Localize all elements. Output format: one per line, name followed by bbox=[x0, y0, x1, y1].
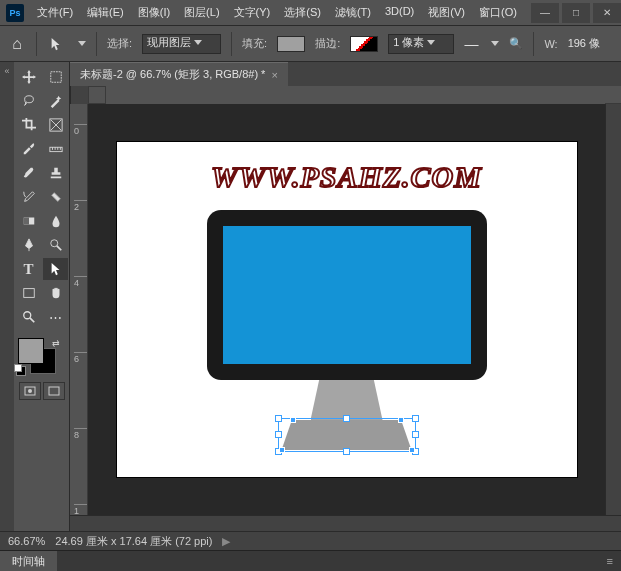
document-tab-title: 未标题-2 @ 66.7% (矩形 3, RGB/8#) * bbox=[80, 67, 265, 82]
magic-wand-tool[interactable] bbox=[43, 90, 68, 112]
close-button[interactable]: ✕ bbox=[593, 3, 621, 23]
workspace: 未标题-2 @ 66.7% (矩形 3, RGB/8#) * × 0246810… bbox=[70, 62, 621, 531]
brush-tool[interactable] bbox=[16, 162, 41, 184]
monitor-body[interactable] bbox=[207, 210, 487, 380]
zoom-level[interactable]: 66.67% bbox=[8, 535, 45, 547]
path-anchor[interactable] bbox=[290, 417, 296, 423]
path-anchor[interactable] bbox=[409, 447, 415, 453]
canvas-area[interactable]: WWW.PSAHZ.COM bbox=[88, 104, 605, 515]
edit-toolbar[interactable]: ⋯ bbox=[43, 306, 68, 328]
document-tab[interactable]: 未标题-2 @ 66.7% (矩形 3, RGB/8#) * × bbox=[70, 62, 288, 86]
eraser-tool[interactable] bbox=[43, 186, 68, 208]
marquee-tool[interactable] bbox=[43, 66, 68, 88]
history-brush-tool[interactable] bbox=[16, 186, 41, 208]
artboard[interactable]: WWW.PSAHZ.COM bbox=[117, 142, 577, 477]
close-icon[interactable]: × bbox=[271, 69, 277, 81]
document-info[interactable]: 24.69 厘米 x 17.64 厘米 (72 ppi) bbox=[55, 534, 212, 549]
screen-mode-button[interactable] bbox=[43, 382, 65, 400]
menu-edit[interactable]: 编辑(E) bbox=[80, 1, 131, 24]
fill-label: 填充: bbox=[242, 36, 267, 51]
toolbox: T ⋯ ⇄ bbox=[14, 62, 70, 531]
eyedropper-tool[interactable] bbox=[16, 138, 41, 160]
minimize-button[interactable]: — bbox=[531, 3, 559, 23]
bottom-panel: 时间轴 ≡ bbox=[0, 550, 621, 571]
selection-bounding-box[interactable] bbox=[278, 418, 416, 452]
document-tabs: 未标题-2 @ 66.7% (矩形 3, RGB/8#) * × bbox=[70, 62, 621, 86]
crop-tool[interactable] bbox=[16, 114, 41, 136]
info-arrow-icon[interactable]: ▶ bbox=[222, 535, 230, 548]
handle-top-mid[interactable] bbox=[343, 415, 350, 422]
width-value[interactable]: 196 像 bbox=[568, 36, 600, 51]
menu-image[interactable]: 图像(I) bbox=[131, 1, 177, 24]
window-controls: — □ ✕ bbox=[528, 3, 621, 23]
monitor-neck[interactable] bbox=[311, 380, 383, 420]
path-anchor[interactable] bbox=[279, 447, 285, 453]
handle-bottom-mid[interactable] bbox=[343, 448, 350, 455]
chevron-down-icon[interactable] bbox=[78, 41, 86, 46]
gradient-tool[interactable] bbox=[16, 210, 41, 232]
width-label: W: bbox=[544, 38, 557, 50]
blur-tool[interactable] bbox=[43, 210, 68, 232]
stamp-tool[interactable] bbox=[43, 162, 68, 184]
svg-rect-10 bbox=[49, 387, 59, 395]
quick-mask-button[interactable] bbox=[19, 382, 41, 400]
fill-swatch[interactable] bbox=[277, 36, 305, 52]
menu-type[interactable]: 文字(Y) bbox=[227, 1, 278, 24]
foreground-color[interactable] bbox=[18, 338, 44, 364]
stroke-label: 描边: bbox=[315, 36, 340, 51]
path-selection-tool[interactable] bbox=[43, 258, 68, 280]
tab-timeline[interactable]: 时间轴 bbox=[0, 551, 57, 572]
menu-3d[interactable]: 3D(D) bbox=[378, 1, 421, 24]
maximize-button[interactable]: □ bbox=[562, 3, 590, 23]
svg-rect-0 bbox=[50, 72, 61, 83]
chevron-down-icon[interactable] bbox=[491, 41, 499, 46]
panel-menu-icon[interactable]: ≡ bbox=[599, 555, 621, 567]
monitor-shape bbox=[207, 210, 487, 450]
dodge-tool[interactable] bbox=[43, 234, 68, 256]
tool-preset-icon[interactable] bbox=[47, 35, 65, 53]
handle-top-right[interactable] bbox=[412, 415, 419, 422]
menu-select[interactable]: 选择(S) bbox=[277, 1, 328, 24]
title-bar: Ps 文件(F) 编辑(E) 图像(I) 图层(L) 文字(Y) 选择(S) 滤… bbox=[0, 0, 621, 26]
stroke-width-value: 1 像素 bbox=[393, 36, 424, 48]
move-tool[interactable] bbox=[16, 66, 41, 88]
zoom-icon[interactable]: 🔍 bbox=[509, 37, 523, 50]
swap-colors-icon[interactable]: ⇄ bbox=[52, 338, 60, 348]
menu-layer[interactable]: 图层(L) bbox=[177, 1, 226, 24]
stroke-width-dropdown[interactable]: 1 像素 bbox=[388, 34, 454, 54]
stroke-dash-icon[interactable]: — bbox=[464, 36, 478, 52]
options-bar: ⌂ 选择: 现用图层 填充: 描边: 1 像素 — 🔍 W: 196 像 bbox=[0, 26, 621, 62]
toolbox-collapse-strip[interactable]: « bbox=[0, 62, 14, 531]
scrollbar-vertical[interactable] bbox=[605, 104, 621, 515]
ruler-vertical[interactable]: 024681 bbox=[70, 104, 88, 515]
path-anchor[interactable] bbox=[398, 417, 404, 423]
watermark-text: WWW.PSAHZ.COM bbox=[117, 160, 577, 194]
stroke-swatch[interactable] bbox=[350, 36, 378, 52]
svg-rect-6 bbox=[23, 289, 34, 298]
default-colors-icon[interactable] bbox=[16, 366, 26, 376]
canvas-wrapper: 024681012141618202224 024681 WWW.PSAHZ.C… bbox=[70, 86, 621, 531]
slice-tool[interactable] bbox=[43, 114, 68, 136]
handle-mid-left[interactable] bbox=[275, 431, 282, 438]
menu-file[interactable]: 文件(F) bbox=[30, 1, 80, 24]
menu-window[interactable]: 窗口(O) bbox=[472, 1, 524, 24]
hand-tool[interactable] bbox=[43, 282, 68, 304]
lasso-tool[interactable] bbox=[16, 90, 41, 112]
monitor-screen[interactable] bbox=[223, 226, 471, 364]
type-tool[interactable]: T bbox=[16, 258, 41, 280]
rectangle-tool[interactable] bbox=[16, 282, 41, 304]
ruler-tool[interactable] bbox=[43, 138, 68, 160]
handle-top-left[interactable] bbox=[275, 415, 282, 422]
menu-filter[interactable]: 滤镜(T) bbox=[328, 1, 378, 24]
svg-point-9 bbox=[28, 389, 32, 393]
pen-tool[interactable] bbox=[16, 234, 41, 256]
scrollbar-horizontal[interactable] bbox=[70, 515, 621, 531]
home-icon[interactable]: ⌂ bbox=[8, 35, 26, 53]
select-layer-dropdown[interactable]: 现用图层 bbox=[142, 34, 221, 54]
menu-view[interactable]: 视图(V) bbox=[421, 1, 472, 24]
svg-rect-4 bbox=[23, 218, 28, 225]
main-area: « T ⋯ ⇄ bbox=[0, 62, 621, 531]
zoom-tool[interactable] bbox=[16, 306, 41, 328]
handle-mid-right[interactable] bbox=[412, 431, 419, 438]
ruler-horizontal[interactable]: 024681012141618202224 bbox=[605, 86, 621, 104]
